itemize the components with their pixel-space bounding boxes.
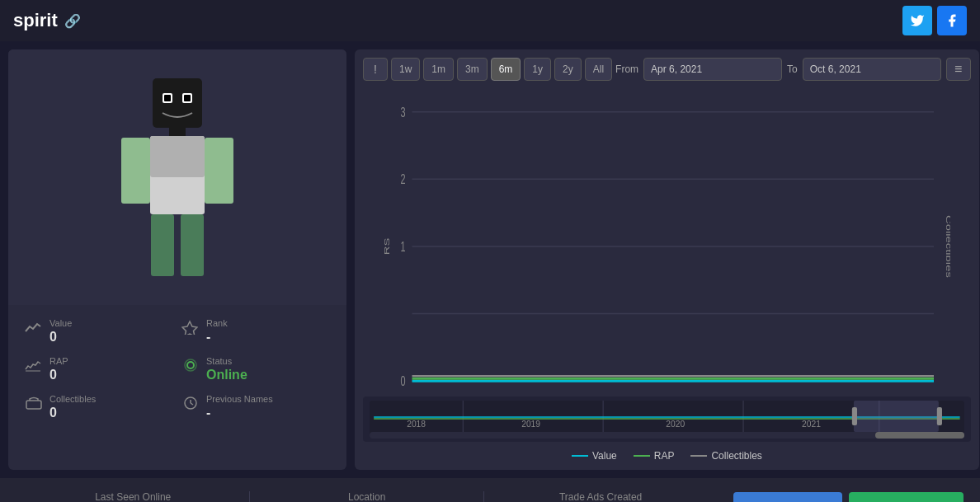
main-content: Value 0 Rank - bbox=[0, 41, 980, 478]
legend-collectibles-label: Collectibles bbox=[711, 450, 761, 462]
trade-ads-button[interactable]: Trade Ads bbox=[733, 492, 841, 502]
svg-text:Sep '21: Sep '21 bbox=[833, 391, 864, 393]
chart-area: 3 2 1 0 RS May '21 Jun '21 Jul '21 Aug '… bbox=[379, 87, 950, 393]
svg-rect-5 bbox=[169, 128, 186, 136]
svg-text:Oct '21: Oct '21 bbox=[910, 391, 938, 393]
legend-collectibles-line bbox=[690, 455, 707, 457]
svg-text:2019: 2019 bbox=[521, 420, 540, 429]
svg-text:Jun '21: Jun '21 bbox=[561, 391, 590, 393]
svg-rect-11 bbox=[181, 214, 204, 276]
logo-area: spirit 🔗 bbox=[13, 10, 81, 31]
time-btn-1y[interactable]: 1y bbox=[524, 58, 551, 81]
chart-legend: Value RAP Collectibles bbox=[363, 450, 971, 462]
from-label: From bbox=[615, 63, 638, 75]
main-chart: 3 2 1 0 RS May '21 Jun '21 Jul '21 Aug '… bbox=[379, 87, 950, 393]
svg-rect-52 bbox=[937, 407, 942, 425]
app-title: spirit bbox=[13, 10, 58, 31]
time-btn-3m[interactable]: 3m bbox=[457, 58, 488, 81]
collectibles-icon bbox=[25, 396, 43, 415]
svg-text:3: 3 bbox=[401, 104, 406, 120]
rank-label: Rank bbox=[206, 318, 228, 328]
previous-names-label: Previous Names bbox=[206, 394, 273, 404]
rap-label: RAP bbox=[49, 356, 68, 366]
svg-rect-15 bbox=[26, 401, 41, 409]
legend-rap-label: RAP bbox=[654, 450, 675, 462]
svg-text:0: 0 bbox=[401, 373, 406, 389]
svg-rect-51 bbox=[852, 407, 857, 425]
stat-collectibles: Collectibles 0 bbox=[25, 394, 173, 420]
time-btn-1w[interactable]: 1w bbox=[391, 58, 420, 81]
trade-ads-stat: Trade Ads Created 0 bbox=[484, 491, 717, 503]
value-number: 0 bbox=[49, 330, 72, 345]
svg-text:2020: 2020 bbox=[666, 420, 685, 429]
stats-section: Value 0 Rank - bbox=[8, 305, 346, 434]
location-label: Location bbox=[348, 491, 385, 503]
facebook-button[interactable] bbox=[937, 6, 967, 35]
svg-text:May '21: May '21 bbox=[470, 391, 502, 393]
svg-rect-0 bbox=[153, 78, 202, 128]
svg-text:Collectibles: Collectibles bbox=[944, 215, 949, 278]
mini-timeline[interactable]: 2018 2019 2020 2021 bbox=[363, 396, 971, 442]
chart-menu-button[interactable]: ≡ bbox=[946, 58, 971, 81]
svg-text:Jul '21: Jul '21 bbox=[656, 391, 681, 393]
svg-rect-9 bbox=[150, 136, 205, 177]
stat-previous-names: Previous Names - bbox=[181, 394, 330, 420]
previous-names-icon bbox=[181, 396, 200, 415]
avatar bbox=[103, 70, 252, 284]
send-trade-button[interactable]: Send Trade bbox=[849, 492, 964, 502]
svg-text:RS: RS bbox=[382, 238, 391, 256]
svg-rect-4 bbox=[184, 95, 191, 101]
rap-icon bbox=[25, 358, 43, 377]
svg-line-18 bbox=[191, 403, 193, 405]
stat-rank: Rank - bbox=[181, 318, 330, 345]
time-btn-6m[interactable]: 6m bbox=[491, 58, 521, 81]
stat-status: Status Online bbox=[181, 356, 330, 382]
svg-text:1: 1 bbox=[401, 239, 406, 255]
time-btn-all[interactable]: All bbox=[585, 58, 612, 81]
svg-rect-7 bbox=[205, 138, 233, 204]
value-label: Value bbox=[49, 318, 72, 328]
to-label: To bbox=[787, 63, 798, 75]
to-date-input[interactable] bbox=[803, 58, 941, 81]
rank-icon bbox=[181, 320, 200, 339]
svg-rect-6 bbox=[121, 138, 150, 204]
chart-info-button[interactable]: ! bbox=[363, 58, 388, 81]
svg-text:2018: 2018 bbox=[407, 420, 426, 429]
header: spirit 🔗 bbox=[0, 0, 980, 41]
legend-value-line bbox=[572, 455, 588, 457]
legend-value: Value bbox=[572, 450, 617, 462]
time-btn-2y[interactable]: 2y bbox=[554, 58, 582, 81]
legend-value-label: Value bbox=[592, 450, 617, 462]
bottom-bar: Last Seen Online 51 seconds ago Location… bbox=[0, 478, 980, 502]
last-seen-stat: Last Seen Online 51 seconds ago bbox=[16, 491, 250, 503]
legend-collectibles: Collectibles bbox=[690, 450, 761, 462]
link-icon[interactable]: 🔗 bbox=[64, 13, 81, 29]
bottom-actions: Trade Ads Send Trade bbox=[733, 492, 964, 502]
svg-rect-10 bbox=[151, 214, 174, 276]
rap-number: 0 bbox=[49, 368, 68, 382]
svg-point-13 bbox=[187, 362, 194, 368]
status-label: Status bbox=[206, 356, 247, 366]
date-range: From To ≡ bbox=[615, 58, 971, 81]
social-buttons bbox=[902, 6, 967, 35]
status-value: Online bbox=[206, 368, 247, 382]
collectibles-label: Collectibles bbox=[49, 394, 96, 404]
svg-text:2: 2 bbox=[401, 171, 406, 187]
last-seen-label: Last Seen Online bbox=[95, 491, 171, 503]
svg-rect-3 bbox=[164, 95, 171, 101]
twitter-button[interactable] bbox=[902, 6, 932, 35]
from-date-input[interactable] bbox=[643, 58, 782, 81]
left-panel: Value 0 Rank - bbox=[8, 49, 346, 470]
legend-rap-line bbox=[634, 455, 650, 457]
stat-value: Value 0 bbox=[25, 318, 173, 345]
legend-rap: RAP bbox=[634, 450, 675, 462]
location-stat: Location On Website bbox=[250, 491, 483, 503]
avatar-section bbox=[8, 49, 346, 305]
status-icon bbox=[181, 358, 200, 375]
svg-rect-50 bbox=[854, 401, 939, 432]
trade-ads-label: Trade Ads Created bbox=[559, 491, 642, 503]
chart-controls: ! 1w 1m 3m 6m 1y 2y All From To ≡ bbox=[363, 58, 971, 81]
stat-rap: RAP 0 bbox=[25, 356, 173, 382]
time-btn-1m[interactable]: 1m bbox=[423, 58, 454, 81]
right-panel: ! 1w 1m 3m 6m 1y 2y All From To ≡ bbox=[355, 49, 979, 470]
